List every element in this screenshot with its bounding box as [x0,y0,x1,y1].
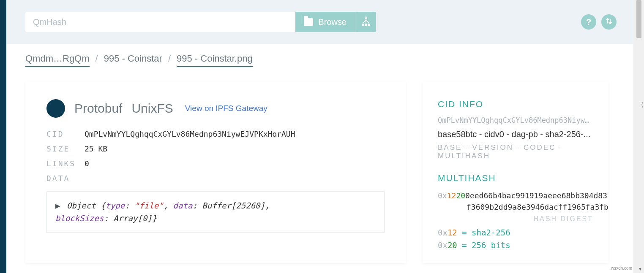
data-label: DATA [46,174,76,183]
cid-info-hash: QmPLvNmYYLQghqqCxGYLv86Mednp63NiywEJVPKx… [438,116,593,124]
svg-line-1 [363,20,366,23]
size-value: 25 KB [85,144,107,153]
obj-val-blocksizes: Array[0] [113,214,152,223]
top-bar: Browse ? [6,0,633,44]
search-form: Browse [25,12,376,32]
breadcrumb-segment-file[interactable]: 995 - Coinstar.png [177,53,253,67]
breadcrumb: Qmdm…RgQm / 995 - Coinstar / 995 - Coins… [6,44,633,71]
browse-button[interactable]: Browse [295,12,355,32]
help-button[interactable]: ? [581,14,596,30]
multihash-len-line: 0x20 = 256 bits [438,241,593,250]
data-viewer[interactable]: ▶ Object {type: "file", data: Buffer[252… [46,191,385,233]
multihash-hex: 0x12200eed66b4bac991919aeee68bb304d83 f3… [438,190,593,213]
cid-value: QmPLvNmYYLQghqqCxGYLv86Mednp63NiywEJVPKx… [85,130,295,138]
swap-icon [605,17,613,27]
meta-cid-row: CID QmPLvNmYYLQghqqCxGYLv86Mednp63NiywEJ… [46,130,385,138]
cid-legend: BASE - VERSION - CODEC - MULTIHASH [438,143,593,160]
window-scrollbar[interactable]: ⟨ ▼ [633,0,644,273]
question-icon: ? [586,17,591,27]
multihash-fn-line: 0x12 = sha2-256 [438,228,593,237]
hex-digest-line2: f3609b2dd9a8e3946dacff1965fa3fb [438,201,593,213]
expand-triangle-icon[interactable]: ▶ [55,201,60,210]
breadcrumb-segment-root[interactable]: Qmdm…RgQm [25,53,90,67]
meta-data-row: DATA [46,174,385,183]
obj-key-type: type [105,201,125,210]
hex-byte-len: 20 [456,191,465,200]
svg-line-2 [366,20,369,23]
view-gateway-link[interactable]: View on IPFS Gateway [185,104,267,113]
swap-button[interactable] [601,14,617,30]
breadcrumb-separator: / [168,53,171,64]
app-sidebar-strip [0,0,6,273]
codec-name: Protobuf [74,101,122,116]
obj-val-data: Buffer[25260] [202,201,265,210]
content-area: Browse ? [6,0,633,273]
resize-grip-icon[interactable]: ⟨ [641,101,643,108]
folder-icon [304,18,313,26]
scrollbar-thumb[interactable] [636,0,641,38]
scroll-arrow-down-icon[interactable]: ▼ [638,267,642,271]
format-name: UnixFS [131,101,173,116]
size-label: SIZE [46,144,76,153]
cid-info-title: CID INFO [438,99,593,109]
hex-prefix: 0x [438,191,447,200]
watermark-text: wsxdn.com [611,266,632,270]
hex-digest-line1: 0eed66b4bac991919aeee68bb304d83 [465,191,607,200]
multihash-title: MULTIHASH [438,173,593,183]
browse-button-label: Browse [318,17,347,27]
breadcrumb-separator: / [96,53,98,64]
meta-links-row: LINKS 0 [46,159,385,168]
node-panel: Protobuf UnixFS View on IPFS Gateway CID… [25,81,406,263]
obj-val-type: "file" [134,201,164,210]
codec-indicator-icon [46,99,65,118]
tree-icon [361,16,371,28]
columns: Protobuf UnixFS View on IPFS Gateway CID… [6,71,633,263]
cid-info-panel: CID INFO QmPLvNmYYLQghqqCxGYLv86Mednp63N… [423,81,609,263]
hash-search-input[interactable] [25,12,295,32]
obj-key-blocksizes: blockSizes [55,214,104,223]
tree-view-button[interactable] [355,12,376,32]
node-header: Protobuf UnixFS View on IPFS Gateway [46,99,385,118]
breadcrumb-segment-folder[interactable]: 995 - Coinstar [104,53,162,66]
obj-key-data: data [173,201,193,210]
links-value: 0 [85,159,89,168]
object-prefix: Object { [67,201,106,210]
hex-byte-fn: 12 [447,191,456,200]
cid-label: CID [46,130,76,138]
links-label: LINKS [46,159,76,168]
meta-size-row: SIZE 25 KB [46,144,385,153]
top-right-actions: ? [581,14,617,30]
object-close: } [152,214,157,223]
hash-digest-label: HASH DIGEST [438,215,593,223]
cid-decoded: base58btc - cidv0 - dag-pb - sha2-256-..… [438,130,593,139]
